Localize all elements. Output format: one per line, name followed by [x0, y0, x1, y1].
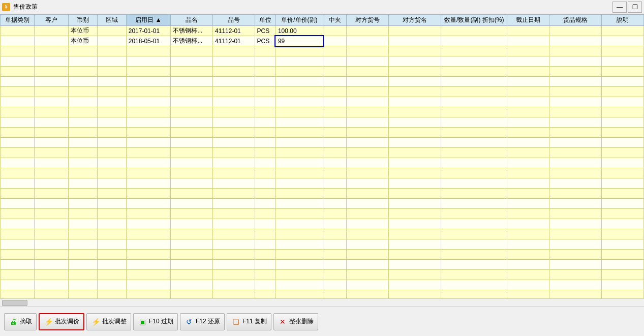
col-header-remarks[interactable]: 說明: [602, 15, 644, 26]
empty-cell: [171, 128, 213, 138]
empty-cell: [69, 56, 98, 67]
table-wrapper[interactable]: 单据类别客户币别区域启用日 ▲品名品号单位单价/单价(副)中夹对方货号对方货名数…: [0, 14, 644, 298]
col-header-start_date[interactable]: 启用日 ▲: [126, 15, 171, 26]
cell-other_product_name[interactable]: [388, 26, 441, 36]
col-header-mid_tax[interactable]: 中夹: [323, 15, 346, 26]
empty-cell: [388, 280, 441, 290]
restore-button[interactable]: ❐: [628, 2, 642, 13]
empty-cell: [347, 219, 389, 229]
f12_restore-button[interactable]: ↺F12 还原: [180, 313, 225, 330]
empty-cell: [323, 290, 346, 299]
cell-unit_price[interactable]: 99: [275, 36, 323, 46]
empty-cell: [1, 260, 35, 270]
empty-cell: [213, 77, 255, 87]
col-header-product_name[interactable]: 品名: [171, 15, 213, 26]
empty-cell: [35, 239, 69, 250]
empty-cell: [441, 128, 507, 138]
cell-remarks[interactable]: [602, 36, 644, 46]
table-row-empty: [1, 239, 644, 250]
cell-unit_price[interactable]: 100.00: [275, 26, 323, 36]
col-header-voucher_type[interactable]: 单据类别: [1, 15, 35, 26]
empty-cell: [35, 87, 69, 97]
empty-cell: [97, 219, 126, 229]
empty-cell: [388, 158, 441, 168]
cell-other_currency[interactable]: [347, 36, 389, 46]
cell-start_date[interactable]: 2017-01-01: [126, 26, 171, 36]
cell-end_date[interactable]: [507, 26, 549, 36]
delete-button[interactable]: ✕整张删除: [273, 313, 318, 330]
fetch-button[interactable]: 🖨摘取: [4, 313, 37, 330]
empty-cell: [1, 67, 35, 77]
col-header-unit[interactable]: 单位: [255, 15, 275, 26]
col-header-qty_discount[interactable]: 数量/数量(副) 折扣(%): [441, 15, 507, 26]
empty-cell: [602, 97, 644, 107]
empty-cell: [171, 270, 213, 280]
table-row-empty: [1, 46, 644, 56]
batch_price-label: 批次调价: [55, 317, 79, 326]
cell-product_spec[interactable]: [549, 26, 602, 36]
minimize-button[interactable]: —: [612, 2, 627, 13]
table-row-empty: [1, 280, 644, 290]
empty-cell: [1, 46, 35, 56]
cell-qty_discount[interactable]: [441, 26, 507, 36]
empty-cell: [1, 77, 35, 87]
col-header-region[interactable]: 区域: [97, 15, 126, 26]
empty-cell: [347, 239, 389, 250]
empty-cell: [126, 107, 171, 117]
cell-product_code[interactable]: 41112-01: [213, 26, 255, 36]
batch_price-button[interactable]: ⚡批次调价: [39, 313, 84, 330]
table-row[interactable]: 本位币2018-05-01不锈钢杯...41112-01PCS99: [1, 36, 644, 46]
bottom-toolbar: 🖨摘取⚡批次调价⚡批次调整▣F10 过期↺F12 还原❏F11 复制✕整张删除: [0, 307, 644, 336]
empty-cell: [69, 178, 98, 189]
cell-product_name[interactable]: 不锈钢杯...: [171, 36, 213, 46]
cell-end_date[interactable]: [507, 36, 549, 46]
empty-cell: [347, 56, 389, 67]
batch_adjust-button[interactable]: ⚡批次调整: [86, 313, 131, 330]
cell-product_code[interactable]: 41112-01: [213, 36, 255, 46]
cell-customer[interactable]: [35, 36, 69, 46]
col-header-customer[interactable]: 客户: [35, 15, 69, 26]
empty-cell: [97, 260, 126, 270]
horizontal-scrollbar[interactable]: [2, 300, 27, 306]
f11_copy-button[interactable]: ❏F11 复制: [227, 313, 271, 330]
empty-cell: [69, 148, 98, 158]
col-header-other_product_name[interactable]: 对方货名: [388, 15, 441, 26]
col-header-product_code[interactable]: 品号: [213, 15, 255, 26]
cell-voucher_type[interactable]: [1, 36, 35, 46]
cell-product_spec[interactable]: [549, 36, 602, 46]
col-header-product_spec[interactable]: 货品规格: [549, 15, 602, 26]
cell-other_product_name[interactable]: [388, 36, 441, 46]
cell-unit[interactable]: PCS: [255, 26, 275, 36]
col-header-end_date[interactable]: 截止日期: [507, 15, 549, 26]
cell-start_date[interactable]: 2018-05-01: [126, 36, 171, 46]
f10_expire-button[interactable]: ▣F10 过期: [133, 313, 178, 330]
cell-unit[interactable]: PCS: [255, 36, 275, 46]
empty-cell: [69, 189, 98, 199]
empty-cell: [441, 158, 507, 168]
col-header-currency[interactable]: 币别: [69, 15, 98, 26]
empty-cell: [323, 270, 346, 280]
table-row[interactable]: 本位币2017-01-01不锈钢杯...41112-01PCS100.00: [1, 26, 644, 36]
cell-mid_tax[interactable]: [323, 36, 346, 46]
cell-qty_discount[interactable]: [441, 36, 507, 46]
empty-cell: [602, 67, 644, 77]
cell-region[interactable]: [97, 26, 126, 36]
empty-cell: [69, 138, 98, 148]
cell-region[interactable]: [97, 36, 126, 46]
cell-customer[interactable]: [35, 26, 69, 36]
cell-other_currency[interactable]: [347, 26, 389, 36]
cell-currency[interactable]: 本位币: [69, 36, 98, 46]
cell-voucher_type[interactable]: [1, 26, 35, 36]
cell-mid_tax[interactable]: [323, 26, 346, 36]
empty-cell: [323, 87, 346, 97]
empty-cell: [213, 138, 255, 148]
empty-cell: [213, 158, 255, 168]
cell-remarks[interactable]: [602, 26, 644, 36]
cell-currency[interactable]: 本位币: [69, 26, 98, 36]
cell-product_name[interactable]: 不锈钢杯...: [171, 26, 213, 36]
empty-cell: [602, 148, 644, 158]
col-header-unit_price[interactable]: 单价/单价(副): [275, 15, 323, 26]
col-header-other_currency[interactable]: 对方货号: [347, 15, 389, 26]
empty-cell: [213, 280, 255, 290]
empty-cell: [507, 290, 549, 299]
